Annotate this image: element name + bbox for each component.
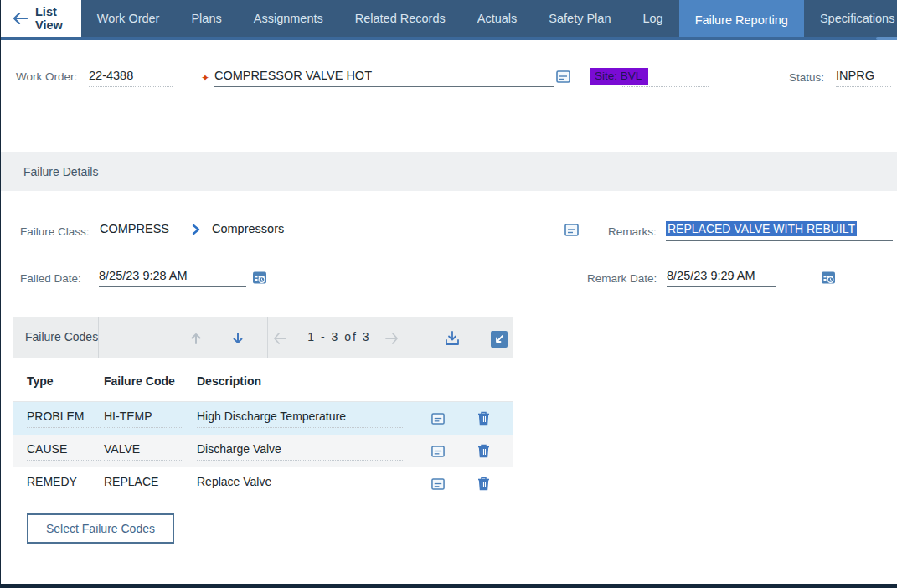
tab-failure-reporting[interactable]: Failure Reporting [679,0,804,40]
tab-label: Failure Reporting [695,13,788,27]
minimize-table-icon[interactable] [488,328,510,350]
tab-safety-plan[interactable]: Safety Plan [533,0,626,37]
tab-label: Related Records [355,12,446,25]
failure-codes-table: Type Failure Code Description PROBLEM HI… [13,360,513,500]
cell-description: High Discharge Temperature [197,410,403,428]
cell-type: REMEDY [27,475,101,493]
tab-list-view-label: List View [35,5,63,32]
cell-description: Replace Valve [197,475,403,493]
failed-date-label: Failed Date: [20,272,81,285]
remarks-field[interactable]: REPLACED VALVE WITH REBUILT [666,221,893,241]
tab-plans[interactable]: Plans [175,0,237,37]
tab-list-view[interactable]: List View [1,0,81,37]
failure-class-description[interactable]: Compressors [212,222,560,240]
app-window: List View Work Order Plans Assignments R… [0,0,897,588]
tab-log[interactable]: Log [626,0,678,37]
failure-class-code-field[interactable]: COMPRESS [100,222,185,240]
remark-date-label: Remark Date: [587,272,657,285]
required-field-icon: ✦ [201,72,209,84]
column-header-type: Type [13,374,104,388]
delete-row-icon[interactable] [465,444,502,458]
tab-specifications[interactable]: Specifications [804,0,897,37]
cell-type: CAUSE [27,442,101,461]
bottom-border-bar [1,584,897,588]
remarks-label: Remarks: [608,225,657,238]
previous-page-button[interactable] [269,328,291,349]
failure-codes-title: Failure Codes [25,330,98,343]
back-arrow-icon [13,13,28,24]
site-value-underline [621,72,709,87]
remarks-selected-text: REPLACED VALVE WITH REBUILT [666,221,857,236]
table-header-row: Type Failure Code Description [13,360,513,402]
tab-work-order[interactable]: Work Order [81,0,176,37]
tab-label: Specifications [820,12,894,25]
tab-bar-underline [1,37,897,40]
cell-failure-code: VALVE [104,442,183,461]
tab-label: Work Order [97,12,160,25]
tab-bar: List View Work Order Plans Assignments R… [1,0,897,37]
pagination-status: 1 - 3 of 3 [294,330,384,343]
table-row[interactable]: PROBLEM HI-TEMP High Discharge Temperatu… [13,402,513,435]
column-header-failure-code: Failure Code [104,374,197,388]
failure-class-label: Failure Class: [20,225,90,238]
move-row-down-button[interactable] [227,328,249,349]
delete-row-icon[interactable] [465,411,502,426]
failure-codes-toolbar: Failure Codes 1 - 3 of 3 [13,317,513,358]
cell-type: PROBLEM [27,410,101,428]
failure-codes-panel: Failure Codes 1 - 3 of 3 [13,317,513,500]
toolbar-divider [98,317,99,358]
detail-menu-chevron-icon[interactable] [191,224,201,235]
long-description-icon[interactable] [556,70,570,84]
cell-failure-code: REPLACE [104,475,183,493]
tab-related-records[interactable]: Related Records [339,0,461,37]
toolbar-divider [267,317,268,358]
tab-assignments[interactable]: Assignments [238,0,339,37]
download-icon[interactable] [441,328,463,349]
move-row-up-button[interactable] [185,328,207,349]
tab-label: Plans [191,12,221,25]
status-label: Status: [789,71,824,84]
calendar-icon[interactable] [821,270,836,285]
work-order-description-field[interactable]: COMPRESSOR VALVE HOT [214,69,554,87]
status-value[interactable]: INPRG [836,69,891,87]
long-description-icon[interactable] [420,477,456,491]
table-row[interactable]: REMEDY REPLACE Replace Valve [13,467,513,500]
tab-actuals[interactable]: Actuals [461,0,534,37]
remark-date-field[interactable]: 8/25/23 9:29 AM [667,269,776,287]
tab-label: Safety Plan [549,12,611,25]
work-order-label: Work Order: [16,70,77,83]
long-description-icon[interactable] [564,223,579,237]
tab-bar-scroll-indicator [876,37,897,40]
cell-failure-code: HI-TEMP [104,410,183,428]
failed-date-field[interactable]: 8/25/23 9:28 AM [99,269,246,287]
tab-label: Log [642,12,662,25]
tab-label: Assignments [254,12,323,25]
select-failure-codes-button[interactable]: Select Failure Codes [27,513,174,544]
next-page-button[interactable] [381,328,403,349]
table-row[interactable]: CAUSE VALVE Discharge Valve [13,435,513,467]
tab-label: Actuals [477,12,518,25]
cell-description: Discharge Valve [197,442,403,461]
long-description-icon[interactable] [420,445,456,458]
calendar-icon[interactable] [252,270,267,285]
failure-details-section-header: Failure Details [1,152,897,191]
delete-row-icon[interactable] [465,477,502,491]
work-order-value[interactable]: 22-4388 [89,69,173,87]
long-description-icon[interactable] [420,412,456,426]
section-title: Failure Details [23,165,98,178]
column-header-description: Description [197,374,420,388]
